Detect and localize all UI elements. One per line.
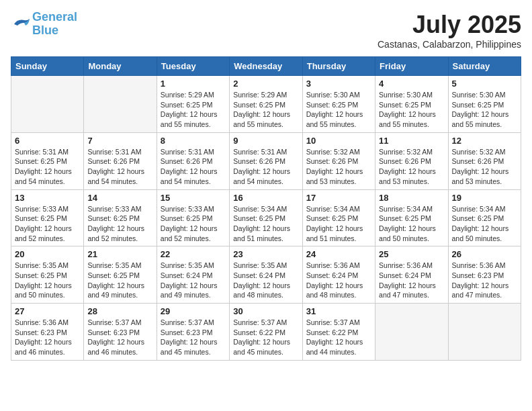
day-number: 2	[233, 79, 298, 89]
col-header-saturday: Saturday	[448, 57, 521, 76]
day-number: 7	[87, 136, 152, 146]
calendar-week-row: 1Sunrise: 5:29 AM Sunset: 6:25 PM Daylig…	[11, 76, 521, 133]
day-number: 13	[15, 193, 80, 203]
day-info: Sunrise: 5:29 AM Sunset: 6:25 PM Dayligh…	[161, 90, 226, 130]
month-title: July 2025	[378, 11, 521, 39]
day-info: Sunrise: 5:35 AM Sunset: 6:24 PM Dayligh…	[161, 261, 226, 300]
day-info: Sunrise: 5:34 AM Sunset: 6:25 PM Dayligh…	[306, 204, 371, 244]
day-info: Sunrise: 5:36 AM Sunset: 6:24 PM Dayligh…	[379, 261, 444, 300]
calendar-cell: 21Sunrise: 5:35 AM Sunset: 6:25 PM Dayli…	[84, 246, 157, 304]
day-number: 31	[306, 306, 371, 316]
day-number: 22	[161, 249, 226, 259]
calendar-week-row: 6Sunrise: 5:31 AM Sunset: 6:25 PM Daylig…	[11, 132, 521, 189]
day-number: 21	[87, 249, 152, 259]
day-info: Sunrise: 5:34 AM Sunset: 6:25 PM Dayligh…	[233, 204, 298, 244]
day-number: 26	[452, 249, 517, 259]
day-info: Sunrise: 5:37 AM Sunset: 6:22 PM Dayligh…	[306, 318, 371, 357]
day-info: Sunrise: 5:32 AM Sunset: 6:26 PM Dayligh…	[379, 147, 444, 187]
logo: General Blue	[11, 11, 77, 38]
page-header: General Blue July 2025 Castanas, Calabar…	[11, 11, 521, 50]
day-number: 5	[452, 79, 517, 89]
calendar-cell: 8Sunrise: 5:31 AM Sunset: 6:26 PM Daylig…	[157, 132, 229, 189]
col-header-monday: Monday	[84, 57, 157, 76]
day-info: Sunrise: 5:36 AM Sunset: 6:23 PM Dayligh…	[452, 261, 517, 300]
calendar-cell: 3Sunrise: 5:30 AM Sunset: 6:25 PM Daylig…	[302, 76, 375, 133]
col-header-tuesday: Tuesday	[157, 57, 229, 76]
calendar-cell: 6Sunrise: 5:31 AM Sunset: 6:25 PM Daylig…	[11, 132, 84, 189]
day-info: Sunrise: 5:33 AM Sunset: 6:25 PM Dayligh…	[161, 204, 226, 244]
calendar-week-row: 20Sunrise: 5:35 AM Sunset: 6:25 PM Dayli…	[11, 246, 521, 304]
calendar-cell: 16Sunrise: 5:34 AM Sunset: 6:25 PM Dayli…	[230, 189, 302, 246]
day-info: Sunrise: 5:31 AM Sunset: 6:26 PM Dayligh…	[233, 147, 298, 187]
day-number: 16	[233, 193, 298, 203]
day-number: 23	[233, 249, 298, 259]
day-info: Sunrise: 5:30 AM Sunset: 6:25 PM Dayligh…	[379, 90, 444, 130]
day-number: 9	[233, 136, 298, 146]
calendar-cell: 13Sunrise: 5:33 AM Sunset: 6:25 PM Dayli…	[11, 189, 84, 246]
day-info: Sunrise: 5:31 AM Sunset: 6:26 PM Dayligh…	[87, 147, 152, 187]
day-number: 18	[379, 193, 444, 203]
day-number: 12	[452, 136, 517, 146]
day-number: 10	[306, 136, 371, 146]
day-info: Sunrise: 5:34 AM Sunset: 6:25 PM Dayligh…	[452, 204, 517, 244]
calendar-cell: 5Sunrise: 5:30 AM Sunset: 6:25 PM Daylig…	[448, 76, 521, 133]
col-header-sunday: Sunday	[11, 57, 84, 76]
calendar-cell: 22Sunrise: 5:35 AM Sunset: 6:24 PM Dayli…	[157, 246, 229, 304]
day-number: 6	[15, 136, 80, 146]
calendar-cell: 24Sunrise: 5:36 AM Sunset: 6:24 PM Dayli…	[302, 246, 375, 304]
calendar-cell: 29Sunrise: 5:37 AM Sunset: 6:23 PM Dayli…	[157, 304, 229, 361]
day-number: 3	[306, 79, 371, 89]
day-number: 4	[379, 79, 444, 89]
day-info: Sunrise: 5:29 AM Sunset: 6:25 PM Dayligh…	[233, 90, 298, 130]
calendar-cell: 12Sunrise: 5:32 AM Sunset: 6:26 PM Dayli…	[448, 132, 521, 189]
calendar-cell: 17Sunrise: 5:34 AM Sunset: 6:25 PM Dayli…	[302, 189, 375, 246]
day-number: 28	[87, 306, 152, 316]
calendar-cell: 11Sunrise: 5:32 AM Sunset: 6:26 PM Dayli…	[375, 132, 448, 189]
day-number: 1	[161, 79, 226, 89]
calendar-cell: 10Sunrise: 5:32 AM Sunset: 6:26 PM Dayli…	[302, 132, 375, 189]
day-info: Sunrise: 5:32 AM Sunset: 6:26 PM Dayligh…	[452, 147, 517, 187]
calendar-cell: 4Sunrise: 5:30 AM Sunset: 6:25 PM Daylig…	[375, 76, 448, 133]
day-number: 19	[452, 193, 517, 203]
day-number: 8	[161, 136, 226, 146]
calendar-cell	[11, 76, 84, 133]
day-number: 20	[15, 249, 80, 259]
calendar-week-row: 13Sunrise: 5:33 AM Sunset: 6:25 PM Dayli…	[11, 189, 521, 246]
day-number: 27	[15, 306, 80, 316]
calendar-cell	[84, 76, 157, 133]
calendar-header-row: SundayMondayTuesdayWednesdayThursdayFrid…	[11, 57, 521, 76]
day-info: Sunrise: 5:35 AM Sunset: 6:25 PM Dayligh…	[15, 261, 80, 300]
col-header-friday: Friday	[375, 57, 448, 76]
calendar-cell: 14Sunrise: 5:33 AM Sunset: 6:25 PM Dayli…	[84, 189, 157, 246]
calendar-cell: 19Sunrise: 5:34 AM Sunset: 6:25 PM Dayli…	[448, 189, 521, 246]
day-number: 11	[379, 136, 444, 146]
day-number: 29	[161, 306, 226, 316]
calendar-cell: 23Sunrise: 5:35 AM Sunset: 6:24 PM Dayli…	[230, 246, 302, 304]
day-info: Sunrise: 5:33 AM Sunset: 6:25 PM Dayligh…	[87, 204, 152, 244]
calendar-cell: 30Sunrise: 5:37 AM Sunset: 6:22 PM Dayli…	[230, 304, 302, 361]
calendar-cell: 25Sunrise: 5:36 AM Sunset: 6:24 PM Dayli…	[375, 246, 448, 304]
calendar-cell: 26Sunrise: 5:36 AM Sunset: 6:23 PM Dayli…	[448, 246, 521, 304]
day-info: Sunrise: 5:36 AM Sunset: 6:24 PM Dayligh…	[306, 261, 371, 300]
calendar-cell: 1Sunrise: 5:29 AM Sunset: 6:25 PM Daylig…	[157, 76, 229, 133]
calendar-cell: 27Sunrise: 5:36 AM Sunset: 6:23 PM Dayli…	[11, 304, 84, 361]
day-info: Sunrise: 5:36 AM Sunset: 6:23 PM Dayligh…	[15, 318, 80, 357]
title-block: July 2025 Castanas, Calabarzon, Philippi…	[378, 11, 521, 50]
calendar-cell: 9Sunrise: 5:31 AM Sunset: 6:26 PM Daylig…	[230, 132, 302, 189]
day-info: Sunrise: 5:37 AM Sunset: 6:23 PM Dayligh…	[87, 318, 152, 357]
day-info: Sunrise: 5:35 AM Sunset: 6:24 PM Dayligh…	[233, 261, 298, 300]
day-number: 25	[379, 249, 444, 259]
day-info: Sunrise: 5:35 AM Sunset: 6:25 PM Dayligh…	[87, 261, 152, 300]
day-info: Sunrise: 5:34 AM Sunset: 6:25 PM Dayligh…	[379, 204, 444, 244]
calendar-cell: 31Sunrise: 5:37 AM Sunset: 6:22 PM Dayli…	[302, 304, 375, 361]
day-info: Sunrise: 5:31 AM Sunset: 6:25 PM Dayligh…	[15, 147, 80, 187]
calendar-table: SundayMondayTuesdayWednesdayThursdayFrid…	[11, 56, 521, 361]
day-number: 14	[87, 193, 152, 203]
day-info: Sunrise: 5:31 AM Sunset: 6:26 PM Dayligh…	[161, 147, 226, 187]
calendar-cell: 15Sunrise: 5:33 AM Sunset: 6:25 PM Dayli…	[157, 189, 229, 246]
day-info: Sunrise: 5:30 AM Sunset: 6:25 PM Dayligh…	[306, 90, 371, 130]
calendar-cell: 2Sunrise: 5:29 AM Sunset: 6:25 PM Daylig…	[230, 76, 302, 133]
day-number: 15	[161, 193, 226, 203]
day-number: 24	[306, 249, 371, 259]
col-header-wednesday: Wednesday	[230, 57, 302, 76]
